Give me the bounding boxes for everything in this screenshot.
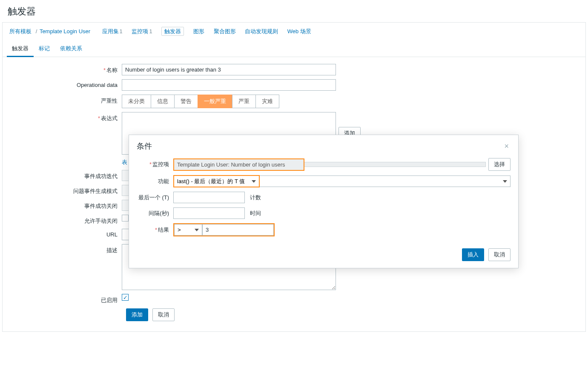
url-label: URL <box>7 229 122 238</box>
modal-item-input-ext <box>304 162 486 167</box>
modal-result-value[interactable] <box>202 224 274 236</box>
expr-constructor-link[interactable]: 表 <box>122 158 127 166</box>
nav-web-scenarios[interactable]: Web 场景 <box>287 28 311 35</box>
expr-constructor-label <box>7 158 122 161</box>
modal-title: 条件 <box>137 141 152 151</box>
tab-dependencies[interactable]: 依赖关系 <box>55 41 87 57</box>
breadcrumb-root[interactable]: 所有模板 <box>9 28 32 35</box>
modal-item-input[interactable]: Template Login User: Number of login use… <box>174 159 304 170</box>
nav-application-set[interactable]: 应用集1 <box>102 28 123 35</box>
tab-trigger[interactable]: 触发器 <box>7 41 34 57</box>
nav-screens[interactable]: 聚合图形 <box>214 28 236 35</box>
recovery-label: 事件成功迭代 <box>7 170 122 180</box>
ok-close-label: 事件成功关闭 <box>7 200 122 210</box>
description-label: 描述 <box>7 244 122 254</box>
modal-last-input[interactable] <box>173 192 245 203</box>
modal-interval-label: 间隔(秒) <box>137 210 173 217</box>
manual-close-checkbox[interactable] <box>122 215 129 222</box>
cancel-button[interactable]: 取消 <box>152 308 175 321</box>
manual-close-label: 允许手动关闭 <box>7 215 122 225</box>
modal-interval-input[interactable] <box>173 207 245 219</box>
modal-last-label: 最后一个 (T) <box>137 194 173 201</box>
page-title: 触发器 <box>8 5 580 18</box>
enabled-checkbox[interactable]: ✓ <box>122 294 129 301</box>
nav-triggers[interactable]: 触发器 <box>161 27 184 36</box>
modal-insert-button[interactable]: 插入 <box>462 248 484 261</box>
severity-group: 未分类 信息 警告 一般严重 严重 灾难 <box>122 95 279 108</box>
breadcrumbs: 所有模板 / Template Login User 应用集1 监控项1 触发器… <box>3 23 585 38</box>
modal-result-operator[interactable]: > <box>174 224 202 236</box>
severity-information[interactable]: 信息 <box>151 95 175 108</box>
modal-close-button[interactable]: × <box>502 142 511 151</box>
modal-interval-suffix: 时间 <box>250 210 261 217</box>
modal-result-label: *结果 <box>137 226 173 234</box>
severity-high[interactable]: 严重 <box>232 95 256 108</box>
condition-modal: 条件 × *监控项 Template Login User: Number of… <box>129 135 519 268</box>
tab-tags[interactable]: 标记 <box>34 41 55 57</box>
breadcrumb-template[interactable]: Template Login User <box>40 28 90 35</box>
expression-label: *表达式 <box>7 112 122 122</box>
modal-function-select[interactable]: last() - 最后（最近）的 T 值 <box>174 176 259 187</box>
enabled-label: 已启用 <box>7 294 122 304</box>
severity-warning[interactable]: 警告 <box>174 95 198 108</box>
nav-items[interactable]: 监控项1 <box>132 28 152 35</box>
severity-disaster[interactable]: 灾难 <box>255 95 279 108</box>
nav-discovery[interactable]: 自动发现规则 <box>245 28 278 35</box>
modal-item-select-button[interactable]: 选择 <box>488 158 511 171</box>
opdata-input[interactable] <box>122 79 336 91</box>
severity-average[interactable]: 一般严重 <box>198 95 232 108</box>
opdata-label: Operational data <box>7 79 122 88</box>
modal-item-label: *监控项 <box>137 161 173 168</box>
name-label: *名称 <box>7 64 122 74</box>
severity-label: 严重性 <box>7 95 122 105</box>
name-input[interactable] <box>122 64 336 75</box>
nav-graphs[interactable]: 图形 <box>193 28 204 35</box>
modal-function-select-ext[interactable] <box>260 175 511 187</box>
breadcrumb-separator: / <box>36 28 37 35</box>
tabs: 触发器 标记 依赖关系 <box>3 41 585 57</box>
problem-mode-label: 问题事件生成模式 <box>7 185 122 195</box>
add-button[interactable]: 添加 <box>126 308 148 321</box>
severity-not-classified[interactable]: 未分类 <box>122 95 151 108</box>
modal-last-suffix: 计数 <box>250 194 261 201</box>
modal-function-label: 功能 <box>137 178 173 185</box>
modal-cancel-button[interactable]: 取消 <box>488 248 511 261</box>
